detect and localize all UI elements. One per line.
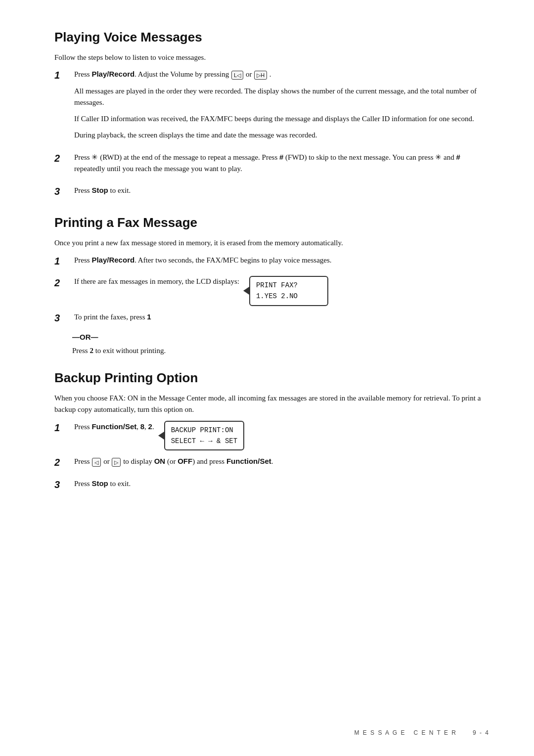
step-number: 1 — [54, 421, 72, 435]
sub-para-2: If Caller ID information was received, t… — [74, 113, 490, 125]
step-number: 2 — [54, 276, 72, 290]
page: Playing Voice Messages Follow the steps … — [0, 0, 534, 756]
section-title-playing: Playing Voice Messages — [54, 30, 490, 45]
step-number: 3 — [54, 311, 72, 325]
step-number: 2 — [54, 151, 72, 165]
section-title-backup: Backup Printing Option — [54, 370, 490, 386]
page-footer: M E S S A G E C E N T E R 9 - 4 — [0, 729, 534, 736]
step-playing-1: 1 Press Play/Record. Adjust the Volume b… — [54, 68, 490, 146]
step-backup-2: 2 Press ◁ or ▷ to display ON (or OFF) an… — [54, 455, 490, 472]
step-text: Press Stop to exit. — [74, 478, 490, 489]
sub-para-3: During playback, the screen displays the… — [74, 130, 490, 141]
step-number: 1 — [54, 68, 72, 82]
footer-left: M E S S A G E C E N T E R 9 - 4 — [354, 729, 490, 736]
step-text: Press ✳ (RWD) at the end of the message … — [74, 151, 490, 175]
step-text: Press Play/Record. Adjust the Volume by … — [74, 68, 490, 80]
step-number: 2 — [54, 455, 72, 469]
step-number: 3 — [54, 184, 72, 198]
step-text: Press Function/Set, 8, 2. — [74, 421, 154, 433]
step-number: 3 — [54, 478, 72, 491]
step-backup-1: 1 Press Function/Set, 8, 2. BACKUP PRINT… — [54, 421, 490, 451]
step-printing-1: 1 Press Play/Record. After two seconds, … — [54, 254, 490, 271]
steps-backup: 1 Press Function/Set, 8, 2. BACKUP PRINT… — [54, 421, 490, 494]
key-icon-right: ▷ — [112, 458, 121, 467]
step-content: Press Stop to exit. — [74, 184, 490, 201]
section-title-printing: Printing a Fax Message — [54, 215, 490, 230]
steps-printing: 1 Press Play/Record. After two seconds, … — [54, 254, 490, 328]
step-content: Press Function/Set, 8, 2. BACKUP PRINT:O… — [74, 421, 490, 451]
step-playing-2: 2 Press ✳ (RWD) at the end of the messag… — [54, 151, 490, 180]
key-icon-left: L◁ — [231, 71, 243, 80]
step-text: If there are fax messages in memory, the… — [74, 276, 239, 287]
lcd-display-print-fax: PRINT FAX? 1.YES 2.NO — [249, 276, 328, 306]
step-text: Press Stop to exit. — [74, 184, 490, 196]
steps-playing: 1 Press Play/Record. Adjust the Volume b… — [54, 68, 490, 201]
key-icon-right: ▷H — [254, 71, 267, 80]
sub-para-1: All messages are played in the order the… — [74, 86, 490, 109]
or-divider: —OR— — [72, 333, 490, 341]
step-content: To print the faxes, press 1 — [74, 311, 490, 328]
lcd-display-backup-print: BACKUP PRINT:ON SELECT ← → & SET — [164, 421, 244, 451]
step-content: Press Stop to exit. — [74, 478, 490, 494]
step-content: Press Play/Record. After two seconds, th… — [74, 254, 490, 271]
key-icon-left: ◁ — [92, 458, 101, 467]
step-printing-3: 3 To print the faxes, press 1 — [54, 311, 490, 328]
step-playing-3: 3 Press Stop to exit. — [54, 184, 490, 201]
press-2-text: Press 2 to exit without printing. — [72, 345, 490, 356]
step-content: Press Play/Record. Adjust the Volume by … — [74, 68, 490, 146]
step-content: If there are fax messages in memory, the… — [74, 276, 490, 306]
step-text: To print the faxes, press 1 — [74, 311, 490, 323]
step-text: Press ◁ or ▷ to display ON (or OFF) and … — [74, 455, 490, 467]
step-backup-3: 3 Press Stop to exit. — [54, 478, 490, 494]
section-intro-playing: Follow the steps below to listen to voic… — [54, 52, 490, 63]
step-number: 1 — [54, 254, 72, 268]
section-intro-printing: Once you print a new fax message stored … — [54, 237, 490, 249]
step-content: Press ◁ or ▷ to display ON (or OFF) and … — [74, 455, 490, 472]
section-intro-backup: When you choose FAX: ON in the Message C… — [54, 393, 490, 416]
step-content: Press ✳ (RWD) at the end of the message … — [74, 151, 490, 180]
step-text: Press Play/Record. After two seconds, th… — [74, 254, 490, 266]
step-printing-2: 2 If there are fax messages in memory, t… — [54, 276, 490, 306]
